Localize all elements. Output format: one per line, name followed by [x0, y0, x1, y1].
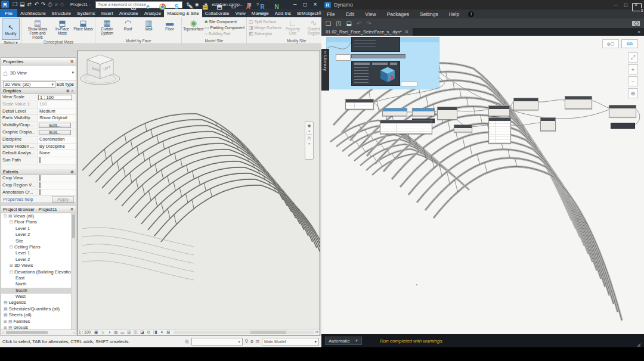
floor-button[interactable]: ▬ Floor [160, 18, 179, 32]
tree-item-legends[interactable]: ▤Legends [1, 300, 76, 306]
graph-node[interactable] [513, 98, 538, 110]
maximize-button[interactable]: ◻ [621, 2, 631, 8]
revit-3d-viewport[interactable]: BACK LEFT ◉ ▾ ⊙ ▾ 1 : 100 ▣☼◑◍▭⊞◫◪⊙◨✦⊠ ‹… [77, 51, 320, 335]
watch-list-node[interactable] [380, 120, 432, 134]
input-node[interactable] [336, 54, 351, 61]
graph-node[interactable] [437, 107, 457, 120]
undo-icon[interactable]: ↶ [357, 20, 361, 27]
tree-item-3d-views[interactable]: ⊞3D Views [1, 263, 76, 269]
zoom-out-button[interactable]: − [628, 76, 638, 86]
taskbar-app-edge[interactable]: e [141, 0, 155, 14]
tree-item-level-1[interactable]: Level 1 [1, 250, 76, 256]
expand-icon[interactable]: ⊞ [4, 325, 7, 329]
pan-button[interactable]: ⊕ [628, 88, 638, 98]
worksets-select[interactable]: ▾ [191, 338, 243, 346]
analysis-icon[interactable]: ✦ [159, 330, 165, 335]
open-icon[interactable]: ❒ [13, 1, 17, 7]
close-tab-icon[interactable]: ✕ [405, 29, 409, 35]
tab-architecture[interactable]: Architecture [17, 9, 49, 17]
menu-help[interactable]: Help [444, 11, 465, 17]
crop-view-icon[interactable]: ▭ [119, 330, 126, 335]
taskbar-app-chrome[interactable] [155, 0, 169, 14]
fit-to-screen-button[interactable]: ⤢ [628, 52, 638, 63]
close-icon[interactable]: ✕ [70, 207, 74, 212]
parking-component-button[interactable]: ▭ Parking Component [205, 25, 244, 30]
taskbar-app-lightroom[interactable]: Lr [227, 0, 241, 14]
place-mass-button[interactable]: ⬓ Place Mass [73, 18, 93, 32]
chevron-down-icon[interactable]: ▾ [308, 129, 310, 133]
revit-logo[interactable]: R [1, 1, 9, 8]
tab-structure[interactable]: Structure [49, 9, 74, 17]
collapse-icon[interactable]: ⊟ [10, 244, 13, 250]
property-checkbox[interactable] [38, 189, 76, 195]
property-checkbox[interactable] [38, 175, 76, 182]
project-browser-header[interactable]: Project Browser - Project11 ✕ [1, 206, 76, 213]
edit-type-button[interactable]: Edit Type [57, 82, 74, 86]
visual-style-icon[interactable]: ▣ [93, 330, 100, 335]
save-file-icon[interactable]: ⬓ [346, 20, 351, 27]
tree-item-elevations-building-elevation[interactable]: ⊟Elevations (Building Elevation [1, 269, 76, 275]
show-mass-button[interactable]: ▤ Show Mass Form and Floors [24, 18, 51, 39]
view-filter-select[interactable]: 3D View: (3D)▾ [3, 81, 55, 88]
tree-item-west[interactable]: West [1, 294, 76, 300]
tree-item-east[interactable]: East [1, 275, 76, 281]
watch-list-node[interactable] [345, 99, 374, 110]
horizontal-scrollbar[interactable]: ‹ › [1, 329, 76, 335]
open-file-icon[interactable]: ◳ [336, 20, 341, 27]
print-icon[interactable]: ⎙ [48, 1, 52, 8]
menu-view[interactable]: View [360, 11, 381, 17]
shadows-icon[interactable]: ◑ [106, 330, 113, 335]
collapse-icon[interactable]: ⊟ [10, 269, 13, 275]
viewport-hscrollbar[interactable] [174, 331, 314, 334]
library-panel-tab[interactable]: ≡ Library [321, 49, 329, 91]
worksharing-icon[interactable]: ⊙ [145, 330, 152, 335]
tab-systems[interactable]: Systems [74, 9, 98, 17]
view-scale-button[interactable]: 1 : 100 [79, 330, 91, 334]
steering-wheel-icon[interactable]: ◉ [307, 123, 311, 128]
close-button[interactable]: ✕ [310, 2, 320, 7]
tree-item-groups[interactable]: ⊞▤Groups [1, 325, 76, 329]
geometry-view-toggle[interactable]: ◍▢ [602, 39, 619, 48]
curtain-system-button[interactable]: ▦ Curtain System [97, 18, 117, 36]
watch-3d-node[interactable] [351, 37, 400, 52]
navigation-bar[interactable]: ◉ ▾ ⊙ ▾ [305, 122, 314, 160]
property-line-button[interactable]: ∟ Property Line [283, 18, 302, 36]
in-place-mass-button[interactable]: ⬒ In-Place Mass [52, 18, 72, 36]
split-surface-button[interactable]: ◫ Split Surface [249, 19, 281, 24]
extents-section-header[interactable]: Extents✱ [1, 169, 76, 175]
chevron-down-icon[interactable]: ▾ [72, 70, 74, 75]
vertical-scrollbar[interactable] [71, 213, 76, 329]
resize-grip[interactable]: ◢ [637, 342, 640, 347]
property-value[interactable]: Edit... [39, 123, 71, 128]
tree-item-level-2[interactable]: Level 2 [1, 257, 76, 263]
taskbar-app-store[interactable]: ⬒ [212, 0, 227, 14]
property-checkbox[interactable] [38, 157, 76, 164]
tree-item-level-1[interactable]: Level 1 [1, 226, 76, 232]
tree-item-sheets-all[interactable]: ▤Sheets (all) [1, 312, 76, 318]
input-node[interactable] [401, 82, 417, 86]
graph-node[interactable] [454, 125, 472, 132]
expand-icon[interactable]: ⊞ [4, 319, 7, 325]
graph-view-toggle[interactable]: ⧉⧉ [621, 39, 638, 48]
subregion-button[interactable]: ◩ Subregion [249, 31, 281, 36]
taskbar-app-task-view[interactable]: ◫ [126, 0, 141, 14]
wall-button[interactable]: ▥ Wall [139, 18, 159, 32]
design-options-icon[interactable]: ⊡ [255, 339, 259, 344]
chevron-down-icon[interactable]: ▾ [308, 142, 310, 145]
graph-node[interactable] [565, 96, 592, 109]
properties-header[interactable]: Properties ✕ [1, 58, 76, 66]
panel-label-select[interactable]: Select ▾ [0, 40, 21, 45]
scroll-left-icon[interactable]: ‹ [315, 330, 317, 334]
viewcube[interactable]: BACK LEFT [78, 51, 123, 94]
tree-item-north[interactable]: North [1, 281, 76, 287]
redo-icon[interactable]: ↷ [366, 20, 371, 27]
taskbar-app-navisworks[interactable]: N [270, 0, 284, 14]
watch-3d-node[interactable] [611, 123, 635, 129]
worksets-icon[interactable]: ⎘ [185, 339, 188, 345]
reveal-constraints-icon[interactable]: ⊠ [165, 330, 172, 335]
zoom-in-button[interactable]: + [628, 64, 638, 74]
scroll-right-icon[interactable]: › [72, 331, 76, 334]
graph-node[interactable] [540, 117, 556, 131]
menu-settings[interactable]: Settings [414, 11, 444, 17]
measure-icon[interactable]: ⌀ [54, 1, 57, 7]
